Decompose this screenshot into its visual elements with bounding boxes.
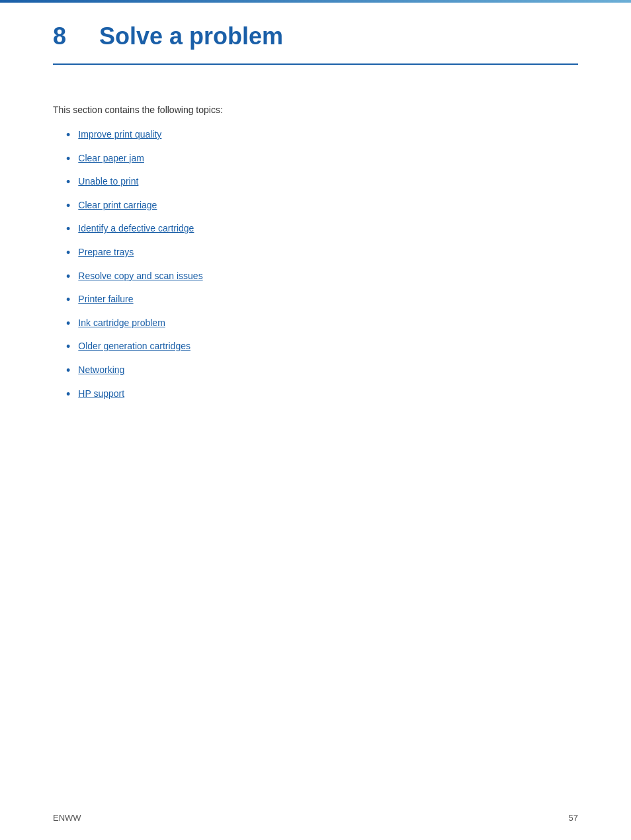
bullet-icon: • [66, 246, 70, 261]
bullet-icon: • [66, 293, 70, 308]
bullet-icon: • [66, 317, 70, 331]
list-item: •Identify a defective cartridge [66, 222, 578, 237]
bullet-icon: • [66, 364, 70, 378]
topic-link-5[interactable]: Prepare trays [78, 246, 134, 259]
list-item: •Resolve copy and scan issues [66, 270, 578, 284]
list-item: •Printer failure [66, 293, 578, 308]
topic-link-4[interactable]: Identify a defective cartridge [78, 222, 194, 235]
page-container: 8 Solve a problem This section contains … [0, 3, 631, 840]
topic-link-0[interactable]: Improve print quality [78, 128, 161, 142]
topic-link-9[interactable]: Older generation cartridges [78, 340, 190, 353]
bullet-icon: • [66, 175, 70, 190]
topic-link-8[interactable]: Ink cartridge problem [78, 317, 165, 330]
bullet-icon: • [66, 270, 70, 284]
list-item: •HP support [66, 388, 578, 402]
page-footer: ENWW 57 [53, 813, 578, 823]
topic-link-7[interactable]: Printer failure [78, 293, 133, 306]
chapter-number: 8 [53, 22, 79, 50]
chapter-title: Solve a problem [99, 22, 283, 50]
footer-left-label: ENWW [53, 813, 81, 823]
list-item: •Clear print carriage [66, 199, 578, 214]
list-item: •Networking [66, 364, 578, 378]
topic-link-11[interactable]: HP support [78, 388, 124, 401]
chapter-header: 8 Solve a problem [53, 3, 578, 65]
section-intro: This section contains the following topi… [53, 105, 578, 115]
list-item: •Ink cartridge problem [66, 317, 578, 331]
topic-link-1[interactable]: Clear paper jam [78, 152, 144, 165]
list-item: •Improve print quality [66, 128, 578, 143]
list-item: •Unable to print [66, 175, 578, 190]
bullet-icon: • [66, 128, 70, 143]
bullet-icon: • [66, 388, 70, 402]
footer-page-number: 57 [569, 813, 578, 823]
bullet-icon: • [66, 222, 70, 237]
bullet-icon: • [66, 152, 70, 167]
list-item: •Clear paper jam [66, 152, 578, 167]
topic-link-10[interactable]: Networking [78, 364, 124, 377]
topic-link-6[interactable]: Resolve copy and scan issues [78, 270, 202, 283]
topic-link-3[interactable]: Clear print carriage [78, 199, 157, 212]
topic-list: •Improve print quality•Clear paper jam•U… [66, 128, 578, 401]
list-item: •Older generation cartridges [66, 340, 578, 355]
list-item: •Prepare trays [66, 246, 578, 261]
bullet-icon: • [66, 199, 70, 214]
topic-link-2[interactable]: Unable to print [78, 175, 138, 189]
bullet-icon: • [66, 340, 70, 355]
